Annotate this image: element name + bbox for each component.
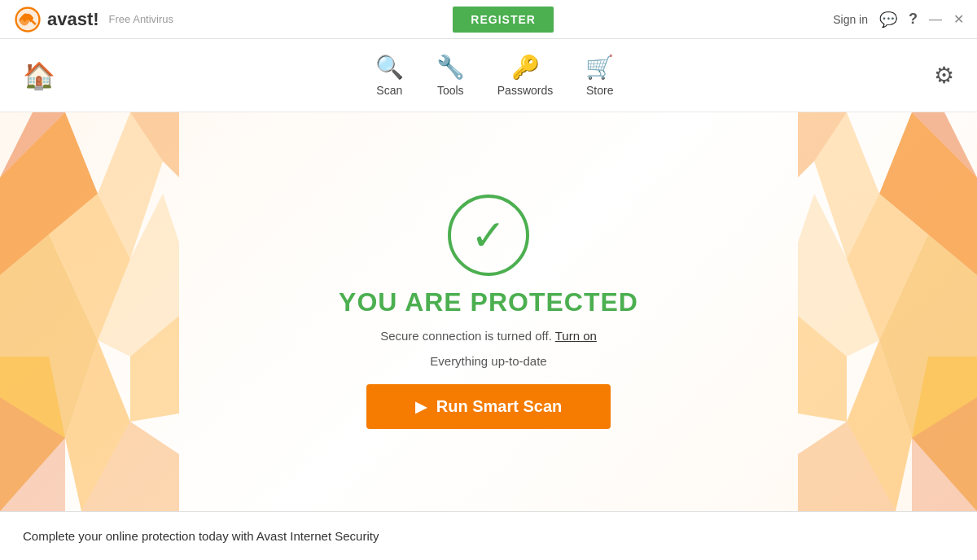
tools-icon: 🔧 (436, 54, 465, 81)
avast-logo: avast! Free Antivirus (13, 5, 173, 34)
passwords-label: Passwords (497, 84, 553, 97)
passwords-icon: 🔑 (511, 54, 540, 81)
play-icon: ▶ (415, 398, 427, 416)
protected-text: PROTECTED (471, 287, 638, 317)
you-are-text: YOU ARE (339, 287, 471, 317)
nav-tools[interactable]: 🔧 Tools (436, 54, 465, 97)
main-content: ✓ YOU ARE PROTECTED Secure connection is… (0, 112, 977, 511)
logo-text: avast! (47, 9, 99, 30)
nav-scan[interactable]: 🔍 Scan (375, 54, 404, 97)
uptodate-line: Everything up-to-date (430, 354, 546, 368)
protected-title: YOU ARE PROTECTED (339, 287, 638, 317)
nav-items: 🔍 Scan 🔧 Tools 🔑 Passwords 🛒 Store (375, 54, 614, 97)
scan-icon: 🔍 (375, 54, 404, 81)
decorative-polygons-right (798, 112, 977, 511)
turn-on-link[interactable]: Turn on (555, 329, 597, 343)
navbar: 🏠 🔍 Scan 🔧 Tools 🔑 Passwords 🛒 Store ⚙ (0, 39, 977, 112)
run-smart-scan-button[interactable]: ▶ Run Smart Scan (366, 384, 611, 429)
home-button[interactable]: 🏠 (23, 60, 55, 91)
nav-passwords[interactable]: 🔑 Passwords (497, 54, 553, 97)
minimize-button[interactable]: — (929, 12, 942, 27)
store-icon: 🛒 (585, 54, 614, 81)
status-circle: ✓ (448, 195, 529, 276)
titlebar-controls: Sign in 💬 ? — ✕ (833, 11, 964, 28)
register-button[interactable]: REGISTER (453, 7, 554, 33)
chat-icon[interactable]: 💬 (879, 11, 897, 28)
help-icon[interactable]: ? (909, 11, 918, 28)
signin-label[interactable]: Sign in (833, 13, 868, 26)
secure-connection-text: Secure connection is turned off. (380, 329, 552, 343)
secure-connection-line: Secure connection is turned off. Turn on (380, 329, 597, 343)
titlebar: avast! Free Antivirus REGISTER Sign in 💬… (0, 0, 977, 39)
nav-store[interactable]: 🛒 Store (585, 54, 614, 97)
uptodate-text: Everything up-to-date (430, 354, 546, 368)
run-scan-label: Run Smart Scan (436, 397, 562, 416)
footer-bar: Complete your online protection today wi… (0, 511, 977, 560)
close-button[interactable]: ✕ (953, 11, 964, 27)
store-label: Store (586, 84, 613, 97)
avast-logo-icon (13, 5, 42, 34)
footer-text: Complete your online protection today wi… (23, 529, 379, 543)
product-name: Free Antivirus (109, 13, 173, 25)
titlebar-left: avast! Free Antivirus (13, 5, 173, 34)
content-center: ✓ YOU ARE PROTECTED Secure connection is… (339, 195, 638, 429)
decorative-polygons-left (0, 112, 179, 511)
scan-label: Scan (376, 84, 402, 97)
checkmark-icon: ✓ (471, 214, 506, 256)
settings-button[interactable]: ⚙ (934, 62, 954, 89)
tools-label: Tools (437, 84, 464, 97)
